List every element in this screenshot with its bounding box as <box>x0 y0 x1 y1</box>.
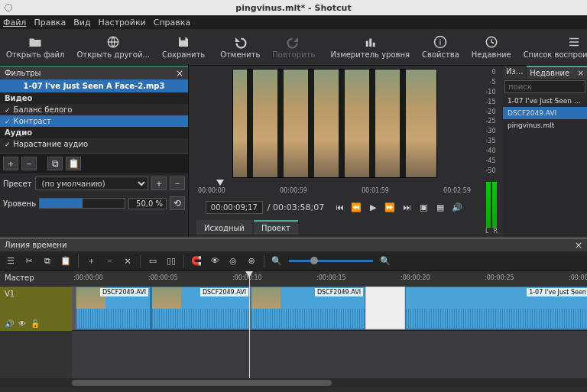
playhead-icon[interactable] <box>216 180 224 186</box>
skip-end-button[interactable]: ⏭ <box>401 202 413 213</box>
scrub-icon[interactable]: 👁 <box>209 255 221 267</box>
master-track-header[interactable]: Мастер <box>0 271 72 287</box>
timeline-clip[interactable]: DSCF2049.AVI <box>76 287 151 329</box>
preview-ruler[interactable]: 00:00:00 00:00:59 00:01:59 00:02:59 <box>198 180 471 196</box>
timeline-clip[interactable] <box>365 287 405 329</box>
filter-item[interactable]: ✓Контраст <box>0 115 188 127</box>
lift-icon[interactable]: × <box>122 255 134 267</box>
menu-help[interactable]: Справка <box>154 18 190 28</box>
checkbox-icon[interactable]: ✓ <box>5 106 11 114</box>
remove-icon[interactable]: － <box>103 255 115 267</box>
playlist-button[interactable]: Список воспроизведения <box>517 32 587 62</box>
track-header[interactable]: V1 🔊 👁 🔓 <box>0 287 72 331</box>
add-filter-button[interactable]: ＋ <box>3 157 18 170</box>
lock-icon[interactable]: 🔓 <box>31 319 40 328</box>
append-icon[interactable]: ＋ <box>85 255 97 267</box>
timeline-scrollbar[interactable] <box>0 378 587 387</box>
properties-button[interactable]: i Свойства <box>416 32 465 62</box>
preset-select[interactable]: (по умолчанию) <box>35 177 149 190</box>
grid-button[interactable]: ▦ <box>434 202 446 213</box>
ruler-tick: :00:00:05 <box>148 274 178 281</box>
timeline-clip[interactable]: DSCF2049.AVI <box>251 287 365 329</box>
overwrite-icon[interactable]: ▭ <box>147 255 159 267</box>
preview-video[interactable] <box>232 69 437 178</box>
timeline-panel-tab[interactable]: Линия времени × <box>0 238 587 251</box>
recent-panel: Из... Недавние× 1-07 I've Just Seen A Fa… <box>503 66 587 238</box>
zoom-out-icon[interactable]: 🔍 <box>271 255 283 267</box>
menu-view[interactable]: Вид <box>73 18 90 28</box>
timeline-playhead[interactable] <box>249 271 250 378</box>
rewind-button[interactable]: ⏪ <box>350 202 362 213</box>
tab-jobs[interactable]: Из... <box>503 66 527 79</box>
split-icon[interactable]: ▯▯ <box>165 255 177 267</box>
current-time[interactable]: 00:00:09;17 <box>206 201 263 214</box>
redo-button[interactable]: Повторить <box>266 32 321 62</box>
open-other-button[interactable]: Открыть другой... <box>70 32 155 62</box>
ruler-tick: :00:00:15 <box>316 274 346 281</box>
zoom-fit-button[interactable]: ▣ <box>417 202 430 213</box>
ripple-all-icon[interactable]: ⊛ <box>245 255 258 267</box>
copy-filter-button[interactable]: ⧉ <box>47 157 63 170</box>
filter-item[interactable]: ✓Баланс белого <box>0 104 188 115</box>
level-value[interactable]: 50,0 % <box>128 198 167 209</box>
search-input[interactable] <box>504 80 585 93</box>
zoom-slider[interactable] <box>289 260 373 262</box>
timeline-clip[interactable]: 1-07 I've Just Seen A Face-2.mp3 <box>405 287 587 329</box>
menu-icon[interactable]: ☰ <box>5 255 17 267</box>
menu-edit[interactable]: Правка <box>34 18 66 28</box>
preset-add-button[interactable]: ＋ <box>151 177 167 190</box>
tab-recent[interactable]: Недавние× <box>527 66 587 79</box>
remove-filter-button[interactable]: － <box>21 157 37 170</box>
mute-icon[interactable]: 🔊 <box>5 319 14 328</box>
level-slider[interactable] <box>39 198 125 209</box>
close-icon[interactable]: × <box>176 68 183 79</box>
level-reset-button[interactable]: ⟲ <box>170 196 185 210</box>
recent-item[interactable]: pingvinus.mlt <box>503 119 587 131</box>
undo-icon <box>233 35 247 49</box>
save-button[interactable]: Сохранить <box>156 32 211 62</box>
svg-text:i: i <box>439 37 442 47</box>
checkbox-icon[interactable]: ✓ <box>5 118 11 125</box>
titlebar: pingvinus.mlt* - Shotcut <box>0 0 587 15</box>
peak-meter: 0 -5 -10 -15 -20 -25 -30 -35 -40 -45 -50… <box>480 66 503 238</box>
close-icon[interactable]: × <box>575 240 582 251</box>
recent-button[interactable]: Недавние <box>465 32 517 62</box>
undo-button[interactable]: Отменить <box>214 32 266 62</box>
window-close-icon[interactable] <box>5 4 12 11</box>
peak-meter-button[interactable]: Измеритель уровня <box>324 32 416 62</box>
recent-item[interactable]: DSCF2049.AVI <box>503 107 587 119</box>
ruler-tick: :00:00:20 <box>401 274 430 281</box>
preset-remove-button[interactable]: － <box>170 177 185 190</box>
fast-forward-button[interactable]: ⏩ <box>384 202 396 213</box>
paste-filter-button[interactable]: 📋 <box>66 157 81 170</box>
clock-icon <box>485 35 498 49</box>
filter-item[interactable]: ✓Нарастание аудио <box>0 138 188 150</box>
cut-icon[interactable]: ✂ <box>23 255 35 267</box>
timeline-body: Мастер V1 🔊 👁 🔓 :00:00:00:00:00:05:00:00… <box>0 271 587 378</box>
open-file-button[interactable]: Открыть файл <box>0 32 70 62</box>
zoom-in-icon[interactable]: 🔍 <box>379 255 391 267</box>
menu-file[interactable]: Файл <box>3 18 26 28</box>
timeline-clip[interactable]: DSCF2049.AVI <box>151 287 251 329</box>
ripple-icon[interactable]: ◎ <box>227 255 239 267</box>
tab-source[interactable]: Исходный <box>196 220 252 235</box>
track-lane[interactable]: DSCF2049.AVIDSCF2049.AVIDSCF2049.AVI1-07… <box>72 287 587 331</box>
close-icon[interactable]: × <box>578 69 584 77</box>
svg-rect-2 <box>369 39 371 47</box>
play-button[interactable]: ▶ <box>367 202 379 213</box>
snap-icon[interactable]: 🧲 <box>190 255 203 267</box>
skip-start-button[interactable]: ⏮ <box>333 202 345 213</box>
paste-icon[interactable]: 📋 <box>60 255 72 267</box>
hide-icon[interactable]: 👁 <box>18 319 26 328</box>
menu-settings[interactable]: Настройки <box>99 18 146 28</box>
tab-project[interactable]: Проект <box>254 220 298 235</box>
clip-label: 1-07 I've Just Seen A Face-2.mp3 <box>527 288 587 296</box>
filters-panel-tab[interactable]: Фильтры × <box>0 66 188 79</box>
save-icon <box>177 35 190 49</box>
timeline-ruler[interactable]: :00:00:00:00:00:05:00:00:10:00:00:15:00:… <box>72 271 587 287</box>
checkbox-icon[interactable]: ✓ <box>5 141 11 148</box>
preview-panel: 00:00:00 00:00:59 00:01:59 00:02:59 00:0… <box>189 66 480 238</box>
volume-button[interactable]: 🔊 <box>451 202 463 213</box>
recent-item[interactable]: 1-07 I've Just Seen A Fa... <box>503 95 587 107</box>
copy-icon[interactable]: ⧉ <box>41 255 54 267</box>
